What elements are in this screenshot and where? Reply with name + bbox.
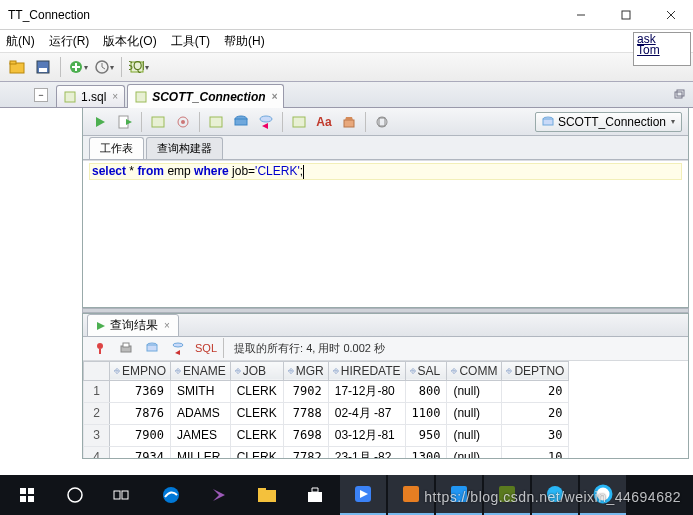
db-icon [542, 116, 554, 128]
editor-subtabs: 工作表 查询构建器 [83, 136, 688, 160]
svg-marker-28 [262, 123, 268, 129]
open-file-icon[interactable] [6, 56, 28, 78]
svg-rect-21 [152, 117, 164, 127]
separator [199, 112, 200, 132]
sql-tuning-icon[interactable] [205, 111, 227, 133]
save-icon[interactable] [32, 56, 54, 78]
format-icon[interactable]: Aa [313, 111, 335, 133]
table-row[interactable]: 17369SMITHCLERK790217-12月-80800(null)20 [84, 380, 569, 402]
svg-marker-32 [345, 117, 353, 120]
table-row[interactable]: 47934MILLERCLERK778223-1月 -821300(null)1… [84, 446, 569, 458]
col-sal[interactable]: ⎆SAL [405, 361, 447, 380]
print-icon[interactable] [115, 337, 137, 359]
window-buttons [558, 0, 693, 30]
col-job[interactable]: ⎆JOB [230, 361, 283, 380]
col-hiredate[interactable]: ⎆HIREDATE [328, 361, 405, 380]
close-icon[interactable]: × [164, 320, 170, 331]
fileexplorer-icon[interactable] [244, 475, 290, 515]
svg-marker-20 [126, 119, 132, 125]
connection-dropdown[interactable]: SCOTT_Connection ▾ [535, 112, 682, 132]
svg-point-27 [260, 116, 272, 122]
col-empno[interactable]: ⎆EMPNO [110, 361, 171, 380]
results-tab[interactable]: 查询结果 × [87, 314, 179, 337]
cortana-icon[interactable] [52, 475, 98, 515]
start-button[interactable] [4, 475, 50, 515]
explain-plan-icon[interactable] [147, 111, 169, 133]
menu-tools[interactable]: 工具(T) [165, 31, 216, 52]
export-icon[interactable] [141, 337, 163, 359]
asktom-panel[interactable]: ask Tom [633, 32, 691, 66]
visualstudio-icon[interactable] [196, 475, 242, 515]
rollback-icon[interactable] [255, 111, 277, 133]
results-grid[interactable]: ⎆EMPNO ⎆ENAME ⎆JOB ⎆MGR ⎆HIREDATE ⎆SAL ⎆… [83, 361, 688, 458]
run-script-icon[interactable] [114, 111, 136, 133]
maximize-button[interactable] [603, 0, 648, 30]
results-panel: 查询结果 × SQL 提取的所有行: 4, 用时 0.002 秒 ⎆EMPNO … [82, 313, 689, 459]
refresh-icon[interactable] [167, 337, 189, 359]
sql-link[interactable]: SQL [195, 342, 217, 354]
svg-marker-37 [97, 322, 105, 330]
tab-sql-file[interactable]: 1.sql × [56, 85, 125, 107]
svg-point-50 [68, 488, 82, 502]
separator [223, 338, 224, 358]
close-button[interactable] [648, 0, 693, 30]
menu-nav[interactable]: 航(N) [0, 31, 41, 52]
new-green-icon[interactable]: ▾ [67, 56, 89, 78]
autotrace-icon[interactable] [172, 111, 194, 133]
panel-min-icon[interactable]: − [34, 88, 48, 102]
restore-panel-icon[interactable] [671, 86, 687, 102]
svg-marker-18 [96, 117, 105, 127]
svg-rect-16 [675, 92, 682, 98]
app-blue-icon[interactable] [436, 475, 482, 515]
close-icon[interactable]: × [112, 91, 118, 102]
minimize-button[interactable] [558, 0, 603, 30]
table-row[interactable]: 27876ADAMSCLERK778802-4月 -871100(null)20 [84, 402, 569, 424]
clear-icon[interactable] [338, 111, 360, 133]
svg-rect-14 [65, 92, 75, 102]
svg-marker-58 [312, 488, 318, 492]
sql-editor[interactable]: select * from emp where job='CLERK'; [83, 160, 688, 307]
subtab-worksheet[interactable]: 工作表 [89, 137, 144, 159]
app-icon[interactable] [340, 475, 386, 515]
svg-rect-46 [20, 488, 26, 494]
svg-rect-47 [28, 488, 34, 494]
history-icon[interactable]: ▾ [93, 56, 115, 78]
svg-rect-49 [28, 496, 34, 502]
tab-connection[interactable]: SCOTT_Connection × [127, 84, 284, 108]
app-misc-icon[interactable] [532, 475, 578, 515]
tab-connection-label: SCOTT_Connection [152, 90, 265, 104]
col-rownum[interactable] [84, 361, 110, 380]
svg-text:SQL: SQL [129, 59, 144, 73]
svg-marker-54 [213, 489, 225, 501]
col-ename[interactable]: ⎆ENAME [171, 361, 231, 380]
app-orange-icon[interactable] [388, 475, 434, 515]
subtab-query-builder[interactable]: 查询构建器 [146, 137, 223, 159]
pin-icon[interactable] [89, 337, 111, 359]
menu-version[interactable]: 版本化(O) [97, 31, 162, 52]
svg-rect-15 [136, 92, 146, 102]
sql-worksheet-icon[interactable]: SQL▾ [128, 56, 150, 78]
menu-help[interactable]: 帮助(H) [218, 31, 271, 52]
file-tabstrip: − 1.sql × SCOTT_Connection × [0, 82, 693, 108]
connection-icon [134, 90, 148, 104]
taskview-icon[interactable] [100, 475, 146, 515]
editor-panel: Aa SCOTT_Connection ▾ 工作表 查询构建器 select *… [82, 108, 689, 308]
svg-rect-1 [622, 11, 630, 19]
unshared-sql-icon[interactable] [288, 111, 310, 133]
svg-rect-7 [39, 68, 47, 72]
app-sql-icon[interactable] [484, 475, 530, 515]
app-misc2-icon[interactable] [580, 475, 626, 515]
col-mgr[interactable]: ⎆MGR [283, 361, 328, 380]
close-icon[interactable]: × [272, 91, 278, 102]
col-deptno[interactable]: ⎆DEPTNO [502, 361, 569, 380]
table-row[interactable]: 37900JAMESCLERK769803-12月-81950(null)30 [84, 424, 569, 446]
edge-icon[interactable] [148, 475, 194, 515]
run-statement-icon[interactable] [89, 111, 111, 133]
main-toolbar: ▾ ▾ SQL▾ [0, 52, 693, 82]
store-icon[interactable] [292, 475, 338, 515]
col-comm[interactable]: ⎆COMM [447, 361, 502, 380]
commit-icon[interactable] [230, 111, 252, 133]
svg-rect-41 [123, 343, 129, 347]
dbms-output-icon[interactable] [371, 111, 393, 133]
menu-run[interactable]: 运行(R) [43, 31, 96, 52]
